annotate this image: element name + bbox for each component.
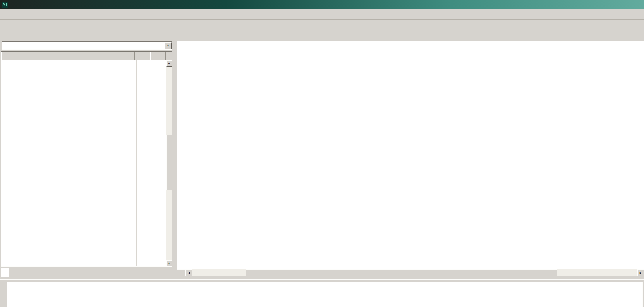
files-column-header[interactable] [1,52,135,60]
results-panel-grip [0,280,6,307]
files-panel: ▲ ▼ [1,51,172,267]
toolbar [0,20,644,32]
code-area[interactable] [177,41,644,44]
config-dropdown-icon[interactable]: ▼ [165,42,172,49]
file-tree [1,60,166,266]
find-results-panel [0,279,644,307]
tree-scroll-up-icon[interactable]: ▲ [166,60,172,67]
results-table [7,282,643,307]
workspace-panel-header [1,32,173,41]
workspace-panel: ▼ ▲ ▼ [0,32,174,279]
scrollbar-grip [400,271,403,275]
config-selector[interactable]: ▼ [2,41,172,50]
function-list-button[interactable] [177,269,185,276]
editor-tab-bar [177,32,644,41]
files-column-header-row [1,52,172,60]
tree-scrollbar[interactable]: ▲ ▼ [166,60,172,266]
panel-splitter[interactable] [174,32,177,279]
tree-scroll-down-icon[interactable]: ▼ [166,260,172,266]
code-editor[interactable] [177,41,644,269]
workspace-close-icon[interactable] [166,34,172,40]
output-column-header[interactable] [150,52,166,60]
tree-column-divider [136,60,137,266]
menu-bar [0,9,644,20]
build-status-column-header[interactable] [135,52,150,60]
results-close-icon[interactable] [0,281,5,286]
app-icon [2,2,8,8]
workspace-tab-simplebleperipheral[interactable] [1,268,9,277]
results-header-row [7,282,642,290]
main-area: ▼ ▲ ▼ [0,32,644,279]
editor-panel: ◀ ▶ [177,32,644,279]
title-bar [0,0,644,9]
editor-scroll-left-icon[interactable]: ◀ [185,269,192,276]
iar-workbench-window: ▼ ▲ ▼ [0,0,644,307]
column-header-corner [166,52,172,60]
editor-hscrollbar[interactable]: ◀ ▶ [177,269,644,276]
hscrollbar-thumb[interactable] [246,269,557,276]
workspace-tab-bar [1,268,172,278]
tree-scrollbar-thumb[interactable] [166,135,172,190]
hscrollbar-track[interactable] [192,269,637,276]
editor-scroll-right-icon[interactable]: ▶ [637,269,644,276]
tree-column-divider [152,60,152,266]
